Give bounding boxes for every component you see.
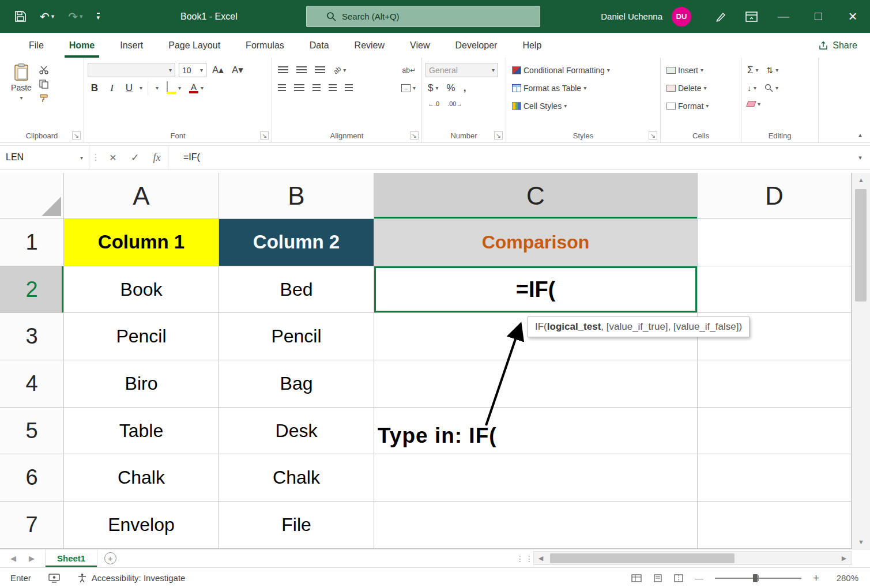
redo-button[interactable]: ↷▾ (68, 10, 82, 24)
align-top-button[interactable] (276, 65, 291, 75)
cell-A6[interactable]: Chalk (64, 454, 219, 502)
increase-font-size-button[interactable]: A▴ (210, 63, 226, 77)
font-name-combobox[interactable]: ▾ (88, 63, 175, 77)
scroll-up-icon[interactable]: ▲ (852, 173, 870, 187)
decrease-font-size-button[interactable]: A▾ (229, 63, 246, 77)
zoom-out-button[interactable]: — (695, 573, 703, 583)
accessibility-status[interactable]: Accessibility: Investigate (77, 573, 186, 583)
cancel-button[interactable]: × (102, 146, 124, 169)
cell-D6[interactable] (698, 454, 852, 502)
avatar[interactable]: DU (672, 7, 691, 27)
undo-dropdown-icon[interactable]: ▾ (51, 13, 55, 20)
tab-home[interactable]: Home (57, 33, 107, 58)
close-button[interactable]: × (835, 0, 870, 33)
decrease-decimal-button[interactable]: .00→ (445, 99, 465, 108)
cell-B7[interactable]: File (219, 502, 374, 549)
cell-A5[interactable]: Table (64, 408, 219, 455)
insert-function-button[interactable]: fx (146, 146, 168, 169)
cut-button[interactable] (39, 66, 49, 74)
maximize-button[interactable] (801, 0, 835, 33)
previous-sheet-icon[interactable]: ◀ (10, 554, 16, 563)
user-name[interactable]: Daniel Uchenna (601, 12, 662, 21)
column-header-D[interactable]: D (698, 173, 852, 219)
scroll-left-icon[interactable]: ◀ (534, 555, 548, 562)
cell-C7[interactable] (374, 502, 698, 549)
undo-button[interactable]: ↶▾ (40, 10, 54, 24)
cell-D1[interactable] (698, 219, 852, 266)
share-button[interactable]: Share (819, 33, 857, 58)
underline-dropdown-icon[interactable]: ▾ (140, 85, 142, 91)
number-dialog-launcher-icon[interactable]: ↘ (494, 131, 503, 140)
align-middle-button[interactable] (294, 65, 309, 75)
tab-bar-resize-handle[interactable]: ⋮⋮ (516, 549, 534, 568)
sheet-tab-sheet1[interactable]: Sheet1 (45, 549, 97, 567)
cell-B5[interactable]: Desk (219, 408, 374, 455)
cell-A3[interactable]: Pencil (64, 313, 219, 360)
delete-cells-button[interactable]: Delete▾ (664, 82, 709, 94)
row-header-6[interactable]: 6 (0, 454, 64, 502)
align-left-button[interactable] (276, 83, 288, 93)
next-sheet-icon[interactable]: ▶ (29, 554, 35, 563)
page-layout-view-icon[interactable] (653, 574, 662, 582)
find-select-button[interactable]: ▾ (762, 82, 781, 93)
tab-help[interactable]: Help (510, 33, 554, 58)
horizontal-scroll-thumb[interactable] (550, 553, 735, 563)
cell-A7[interactable]: Envelop (64, 502, 219, 549)
page-break-preview-icon[interactable] (674, 574, 683, 582)
save-icon[interactable] (15, 11, 26, 22)
enter-button[interactable]: ✓ (124, 146, 146, 169)
align-right-button[interactable] (310, 83, 323, 93)
merge-center-button[interactable]: ↔▾ (399, 83, 418, 93)
clipboard-dialog-launcher-icon[interactable]: ↘ (72, 131, 81, 140)
cell-D5[interactable] (698, 408, 852, 455)
tab-review[interactable]: Review (342, 33, 397, 58)
formula-bar-resize-handle[interactable]: ⋮ (89, 146, 102, 169)
align-center-button[interactable] (292, 83, 307, 93)
row-header-7[interactable]: 7 (0, 502, 64, 549)
cell-B6[interactable]: Chalk (219, 454, 374, 502)
zoom-percentage[interactable]: 280% (831, 573, 858, 583)
styles-dialog-launcher-icon[interactable]: ↘ (649, 131, 657, 140)
increase-decimal-button[interactable]: ←.0 (425, 99, 442, 108)
clear-button[interactable]: ▾ (745, 100, 763, 108)
alignment-dialog-launcher-icon[interactable]: ↘ (410, 131, 419, 140)
underline-button[interactable]: U (122, 82, 136, 94)
paste-dropdown-icon[interactable]: ▾ (20, 95, 22, 101)
row-header-5[interactable]: 5 (0, 408, 64, 455)
row-header-1[interactable]: 1 (0, 219, 64, 266)
bold-button[interactable]: B (88, 82, 101, 94)
fill-color-button[interactable]: ▾ (164, 81, 183, 95)
customize-quick-access-toolbar-icon[interactable]: ▾ (97, 13, 100, 20)
zoom-in-button[interactable]: + (813, 572, 819, 585)
cell-A1[interactable]: Column 1 (64, 219, 219, 266)
font-dialog-launcher-icon[interactable]: ↘ (260, 131, 269, 140)
conditional-formatting-button[interactable]: Conditional Formatting▾ (510, 65, 612, 76)
cell-D2[interactable] (698, 266, 852, 314)
cell-C1[interactable]: Comparison (374, 219, 698, 266)
increase-indent-button[interactable] (342, 83, 355, 93)
font-color-button[interactable]: A▾ (187, 82, 206, 95)
scroll-right-icon[interactable]: ▶ (837, 555, 851, 562)
cell-C2-active[interactable]: =IF( (374, 266, 698, 314)
search-box[interactable]: Search (Alt+Q) (306, 6, 540, 27)
cell-D4[interactable] (698, 360, 852, 408)
horizontal-scrollbar[interactable]: ◀ ▶ (533, 551, 852, 565)
insert-cells-button[interactable]: Insert▾ (664, 65, 706, 76)
tab-formulas[interactable]: Formulas (233, 33, 297, 58)
tab-page-layout[interactable]: Page Layout (156, 33, 233, 58)
new-sheet-button[interactable]: + (97, 549, 123, 567)
expand-formula-bar-icon[interactable]: ▾ (850, 146, 870, 169)
align-bottom-button[interactable] (312, 65, 327, 75)
format-as-table-button[interactable]: Format as Table▾ (510, 82, 589, 94)
format-cells-button[interactable]: Format▾ (664, 100, 711, 112)
vertical-scroll-thumb[interactable] (855, 189, 867, 301)
name-box-dropdown-icon[interactable]: ▾ (80, 154, 83, 161)
zoom-slider-thumb[interactable] (753, 574, 758, 582)
column-header-C[interactable]: C (374, 173, 698, 219)
comma-style-button[interactable]: , (461, 81, 469, 95)
number-format-combobox[interactable]: General▾ (425, 63, 498, 77)
row-header-4[interactable]: 4 (0, 360, 64, 408)
cell-C4[interactable] (374, 360, 698, 408)
wrap-text-button[interactable]: ab↵ (400, 65, 418, 76)
vertical-scrollbar[interactable]: ▲ ▼ (852, 173, 870, 549)
